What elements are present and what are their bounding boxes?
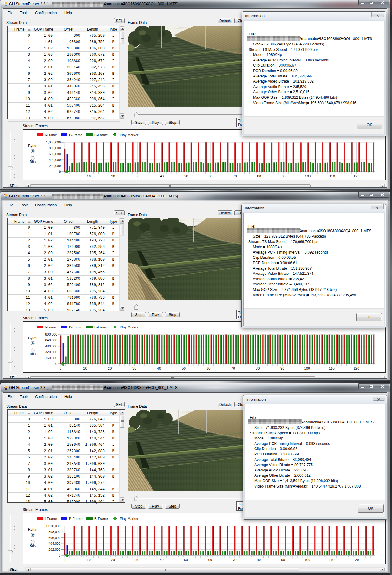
svg-text:P-Frame: P-Frame xyxy=(69,517,83,521)
svg-text:60: 60 xyxy=(208,174,212,178)
svg-text:Play Marker: Play Marker xyxy=(120,325,139,329)
svg-text:20: 20 xyxy=(111,174,115,178)
svg-text:30: 30 xyxy=(136,558,139,562)
svg-text:1,000,000: 1,000,000 xyxy=(46,140,61,144)
svg-text:0: 0 xyxy=(60,366,61,370)
svg-text:60: 60 xyxy=(207,366,211,370)
svg-text:160,000: 160,000 xyxy=(45,356,57,360)
svg-text:404,000: 404,000 xyxy=(48,542,60,545)
svg-text:800,000: 800,000 xyxy=(49,146,61,150)
svg-text:I-Frame: I-Frame xyxy=(45,325,57,329)
svg-text:120: 120 xyxy=(353,558,359,562)
svg-text:0: 0 xyxy=(55,362,57,366)
svg-text:B-Frame: B-Frame xyxy=(94,517,108,521)
svg-text:640,000: 640,000 xyxy=(45,338,57,342)
svg-text:30: 30 xyxy=(136,174,139,178)
svg-text:20: 20 xyxy=(108,366,112,370)
svg-text:90: 90 xyxy=(282,174,286,178)
svg-text:40: 40 xyxy=(160,174,164,178)
svg-text:320,000: 320,000 xyxy=(45,350,57,354)
svg-text:110: 110 xyxy=(329,558,334,562)
svg-text:800,000: 800,000 xyxy=(45,333,57,336)
svg-text:202,000: 202,000 xyxy=(48,548,60,551)
svg-text:400,000: 400,000 xyxy=(49,158,61,162)
svg-text:0: 0 xyxy=(64,558,65,562)
svg-text:50: 50 xyxy=(184,558,188,562)
svg-text:0: 0 xyxy=(64,174,65,178)
svg-text:B-Frame: B-Frame xyxy=(94,133,108,137)
svg-text:B-Frame: B-Frame xyxy=(94,325,108,329)
svg-text:70: 70 xyxy=(231,366,235,370)
svg-text:200,000: 200,000 xyxy=(49,164,61,168)
svg-text:100: 100 xyxy=(305,174,311,178)
svg-text:Play Marker: Play Marker xyxy=(120,517,139,521)
svg-text:90: 90 xyxy=(280,366,284,370)
svg-text:Bits: Bits xyxy=(30,544,36,548)
svg-text:110: 110 xyxy=(329,174,335,178)
svg-text:30: 30 xyxy=(132,366,136,370)
svg-text:Bytes: Bytes xyxy=(28,527,37,532)
svg-text:Bits: Bits xyxy=(30,160,36,164)
svg-text:90: 90 xyxy=(281,558,285,562)
svg-text:50: 50 xyxy=(184,174,188,178)
svg-text:10: 10 xyxy=(83,366,87,370)
svg-text:110: 110 xyxy=(329,366,334,370)
svg-text:80: 80 xyxy=(257,558,261,562)
svg-text:40: 40 xyxy=(157,366,161,370)
svg-text:I-Frame: I-Frame xyxy=(45,133,57,137)
svg-text:Bytes: Bytes xyxy=(28,336,37,340)
svg-text:0: 0 xyxy=(59,170,61,173)
svg-text:1,010,000: 1,010,000 xyxy=(46,524,60,528)
svg-text:10: 10 xyxy=(87,174,91,178)
svg-text:I-Frame: I-Frame xyxy=(45,517,57,521)
svg-text:40: 40 xyxy=(160,558,164,562)
svg-text:480,000: 480,000 xyxy=(45,344,57,348)
svg-text:120: 120 xyxy=(354,174,359,178)
svg-text:120: 120 xyxy=(353,366,359,370)
svg-text:100: 100 xyxy=(304,366,310,370)
svg-text:808,000: 808,000 xyxy=(48,530,60,534)
svg-text:50: 50 xyxy=(182,366,186,370)
svg-text:20: 20 xyxy=(111,558,115,562)
svg-text:100: 100 xyxy=(304,558,310,562)
svg-text:80: 80 xyxy=(257,174,261,178)
svg-text:10: 10 xyxy=(87,558,91,562)
svg-text:P-Frame: P-Frame xyxy=(69,133,83,137)
svg-text:Play Marker: Play Marker xyxy=(120,133,139,137)
svg-text:0: 0 xyxy=(59,554,60,557)
svg-text:60: 60 xyxy=(208,558,212,562)
svg-text:Bytes: Bytes xyxy=(28,144,37,148)
svg-text:P-Frame: P-Frame xyxy=(69,325,83,329)
svg-text:600,000: 600,000 xyxy=(49,152,61,156)
svg-text:80: 80 xyxy=(256,366,260,370)
svg-text:606,000: 606,000 xyxy=(48,536,60,540)
svg-text:70: 70 xyxy=(233,174,237,178)
svg-text:70: 70 xyxy=(233,558,237,562)
svg-text:Bits: Bits xyxy=(30,352,36,356)
